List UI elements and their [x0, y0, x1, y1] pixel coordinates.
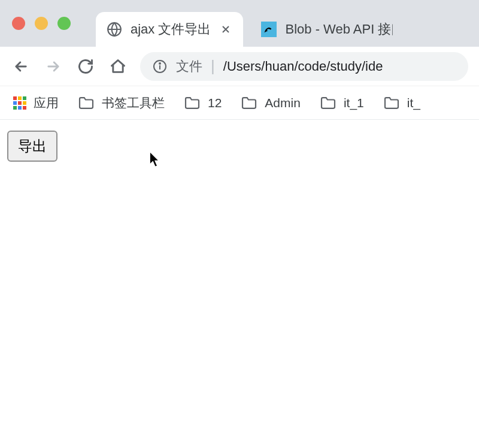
url-divider: | [211, 57, 215, 75]
bookmark-label: it_ [407, 96, 420, 110]
reload-button[interactable] [75, 56, 96, 77]
window-maximize-button[interactable] [57, 17, 71, 30]
back-button[interactable] [11, 56, 31, 77]
export-button[interactable]: 导出 [7, 131, 57, 162]
home-button[interactable] [108, 56, 128, 77]
tab-title: Blob - Web API 接口 [285, 20, 393, 38]
window-controls [12, 17, 71, 30]
cursor-icon [148, 151, 162, 169]
url-path: /Users/huan/code/study/ide [223, 59, 383, 74]
bookmark-folder[interactable]: it_ [383, 96, 420, 110]
bookmark-label: 12 [208, 96, 222, 110]
folder-icon [78, 96, 95, 110]
window-tab-strip: ajax 文件导出 Blob - Web API 接口 [0, 0, 479, 47]
folder-icon [241, 96, 257, 110]
info-icon[interactable] [152, 59, 168, 74]
favicon-icon [261, 22, 277, 37]
svg-point-3 [159, 63, 160, 64]
globe-icon [107, 22, 122, 37]
address-bar[interactable]: 文件 | /Users/huan/code/study/ide [140, 52, 468, 81]
folder-icon [184, 96, 201, 110]
bookmark-folder[interactable]: Admin [241, 96, 301, 110]
bookmark-label: Admin [265, 96, 301, 110]
tab-active[interactable]: ajax 文件导出 [96, 12, 243, 47]
folder-icon [383, 96, 400, 110]
url-scheme: 文件 [176, 57, 202, 75]
tab-title: ajax 文件导出 [131, 20, 211, 38]
window-minimize-button[interactable] [35, 17, 48, 30]
folder-icon [320, 96, 336, 110]
bookmark-folder[interactable]: it_1 [320, 96, 364, 110]
bookmark-folder[interactable]: 书签工具栏 [78, 95, 165, 111]
page-content: 导出 [0, 120, 479, 172]
apps-label: 应用 [34, 95, 59, 111]
apps-shortcut[interactable]: 应用 [13, 95, 59, 111]
bookmark-folder[interactable]: 12 [184, 96, 222, 110]
tab-close-button[interactable] [219, 23, 232, 36]
apps-icon [13, 96, 26, 110]
tab-inactive[interactable]: Blob - Web API 接口 [250, 12, 404, 47]
forward-button[interactable] [43, 56, 63, 77]
browser-toolbar: 文件 | /Users/huan/code/study/ide [0, 47, 479, 86]
bookmark-label: it_1 [344, 96, 364, 110]
bookmarks-bar: 应用 书签工具栏 12 Admin it_1 [0, 86, 479, 120]
window-close-button[interactable] [12, 17, 25, 30]
bookmark-label: 书签工具栏 [102, 95, 165, 111]
tabs-container: ajax 文件导出 Blob - Web API 接口 [96, 10, 404, 47]
